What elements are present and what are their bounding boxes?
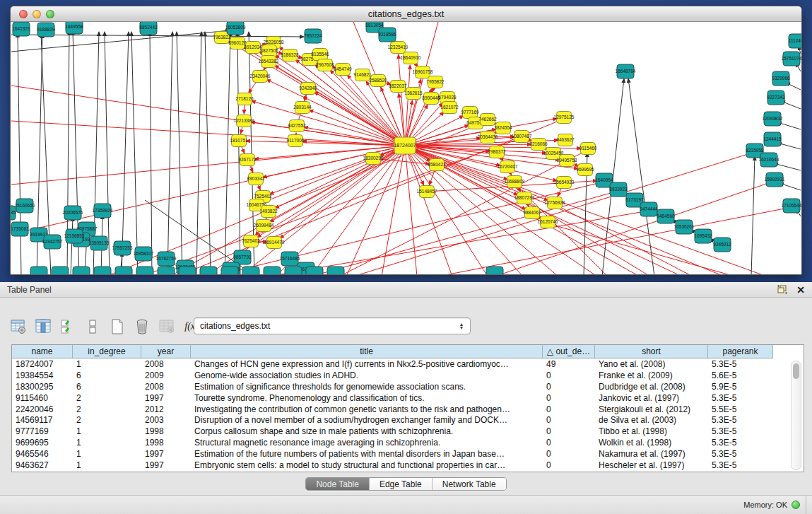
new-table-icon[interactable] bbox=[109, 318, 126, 335]
table-row[interactable]: 946362711997Embryonic stem cells: a mode… bbox=[12, 460, 804, 471]
table-cell: Tourette syndrome. Phenomenology and cla… bbox=[191, 392, 543, 404]
graph-node-label: 7955822 bbox=[426, 79, 445, 84]
column-header-name[interactable]: name bbox=[12, 345, 73, 358]
table-row[interactable]: 977716911998Corpus callosum shape and si… bbox=[12, 426, 804, 437]
graph-node-label: 12213389 bbox=[234, 118, 254, 123]
table-cell: 0 bbox=[543, 437, 595, 448]
column-header-in_degree[interactable]: in_degree bbox=[73, 345, 141, 358]
table-row[interactable]: 946554611997Estimation of the future num… bbox=[12, 448, 804, 460]
graph-node-label: 6794028 bbox=[438, 95, 457, 100]
node-table[interactable]: namein_degreeyeartitle△ out_de…shortpage… bbox=[11, 344, 804, 472]
tab-edge-table[interactable]: Edge Table bbox=[370, 478, 433, 490]
graph-node[interactable] bbox=[242, 267, 259, 275]
graph-node[interactable] bbox=[158, 267, 175, 275]
graph-node-label: 7986372 bbox=[488, 149, 506, 154]
graph-node-label: 1493822 bbox=[259, 209, 278, 214]
network-canvas-svg: 1872400779638228960128891293425226058382… bbox=[11, 22, 801, 275]
table-body: 1872400712008Changes of HCN gene express… bbox=[12, 358, 804, 471]
minimize-window-button[interactable] bbox=[33, 10, 41, 18]
graph-node[interactable] bbox=[264, 267, 281, 275]
table-cell: 5.3E-5 bbox=[708, 414, 773, 426]
zoom-window-button[interactable] bbox=[46, 10, 54, 18]
graph-node-label: 16914479 bbox=[264, 240, 285, 245]
delete-table-icon[interactable] bbox=[158, 318, 175, 335]
table-row[interactable]: 1938455462009Genome-wide association stu… bbox=[12, 370, 804, 381]
graph-node-label: 19495758 bbox=[557, 158, 577, 163]
table-select-dropdown[interactable]: citations_edges.txt ▲▼ bbox=[194, 317, 471, 334]
graph-edge-red bbox=[275, 146, 405, 209]
graph-node-label: 9463627 bbox=[556, 137, 575, 142]
graph-node-label: 9699695 bbox=[576, 167, 594, 172]
column-header-title[interactable]: title bbox=[191, 345, 543, 358]
graph-node[interactable] bbox=[306, 267, 323, 275]
graph-node-label: 9267172 bbox=[238, 157, 257, 162]
graph-node-label: 9484560 bbox=[657, 214, 675, 218]
column-header-pagerank[interactable]: pagerank bbox=[708, 345, 773, 358]
graph-node[interactable] bbox=[94, 267, 111, 275]
table-cell: Estimation of significance thresholds fo… bbox=[191, 381, 543, 392]
delete-entry-icon[interactable] bbox=[134, 318, 151, 335]
table-row[interactable]: 1830029562008Estimation of significance … bbox=[12, 381, 804, 392]
table-row[interactable]: 1872400712008Changes of HCN gene express… bbox=[12, 358, 804, 370]
graph-node-label: 8215958 bbox=[746, 148, 764, 153]
graph-node-label: 8852442 bbox=[139, 25, 158, 30]
select-columns-icon[interactable] bbox=[59, 318, 76, 335]
table-cell: 1 bbox=[73, 426, 141, 437]
graph-node-label: 16210643 bbox=[759, 157, 779, 162]
graph-edge-red bbox=[141, 138, 522, 275]
graph-node[interactable] bbox=[136, 267, 153, 275]
table-cell: 5.9E-5 bbox=[708, 381, 773, 392]
table-row[interactable]: 1456911722003Disruption of a novel membe… bbox=[12, 414, 804, 426]
graph-node[interactable] bbox=[30, 267, 47, 275]
graph-node[interactable] bbox=[285, 267, 302, 275]
column-header-out_de[interactable]: △ out_de… bbox=[543, 345, 595, 358]
table-cell: 22420046 bbox=[12, 404, 73, 415]
insert-column-icon[interactable] bbox=[35, 318, 52, 335]
table-row[interactable]: 911546021997Tourette syndrome. Phenomeno… bbox=[12, 392, 804, 404]
table-cell: 49 bbox=[543, 358, 595, 370]
tab-network-table[interactable]: Network Table bbox=[433, 478, 506, 490]
graph-node[interactable] bbox=[179, 267, 196, 275]
table-cell: 0 bbox=[543, 370, 595, 381]
table-scrollbar[interactable] bbox=[791, 361, 801, 470]
graph-node[interactable] bbox=[200, 267, 217, 275]
table-cell: Genome-wide association studies in ADHD. bbox=[191, 370, 543, 381]
column-header-short[interactable]: short bbox=[595, 345, 708, 358]
table-cell: 5.6E-5 bbox=[708, 370, 773, 381]
close-panel-icon[interactable]: ✕ bbox=[794, 284, 808, 296]
graph-node-label: 8580421 bbox=[428, 162, 446, 167]
table-row[interactable]: 2242004622012Investigating the contribut… bbox=[12, 404, 804, 415]
float-panel-icon[interactable] bbox=[775, 284, 789, 296]
table-cell: Corpus callosum shape and size in male p… bbox=[191, 426, 543, 437]
network-canvas[interactable]: 1872400779638228960128891293425226058382… bbox=[11, 22, 801, 275]
tab-node-table[interactable]: Node Table bbox=[306, 478, 370, 490]
dropdown-stepper-icon: ▲▼ bbox=[456, 322, 467, 329]
graph-node-label: 8912934 bbox=[244, 45, 262, 49]
graph-node[interactable] bbox=[221, 267, 238, 275]
memory-status-label: Memory: OK bbox=[743, 501, 787, 509]
table-panel-title: Table Panel bbox=[7, 285, 775, 295]
graph-node-label: 1735061 bbox=[11, 226, 29, 231]
table-cell: 5.3E-5 bbox=[708, 460, 773, 471]
graph-node[interactable] bbox=[327, 267, 344, 275]
table-row[interactable]: 969969511998Structural magnetic resonanc… bbox=[12, 437, 804, 448]
graph-node[interactable] bbox=[52, 267, 69, 275]
graph-node[interactable] bbox=[115, 267, 132, 275]
close-window-button[interactable] bbox=[19, 10, 28, 18]
table-cell: 2 bbox=[73, 404, 141, 415]
graph-node[interactable] bbox=[73, 267, 90, 275]
table-settings-icon[interactable] bbox=[10, 318, 27, 335]
table-scrollbar-thumb[interactable] bbox=[793, 363, 799, 379]
graph-edge-black bbox=[150, 32, 152, 275]
graph-node-label: 16720407 bbox=[498, 164, 518, 169]
table-cell: 2 bbox=[73, 392, 141, 404]
row-height-icon[interactable] bbox=[84, 318, 101, 335]
column-header-year[interactable]: year bbox=[141, 345, 191, 358]
table-cell: 5.3E-5 bbox=[708, 448, 773, 460]
table-cell: 2008 bbox=[141, 381, 191, 392]
graph-node-label: 8822037 bbox=[389, 83, 407, 88]
graph-node-label: 18300295 bbox=[363, 156, 384, 160]
table-cell: 14569117 bbox=[12, 414, 73, 426]
graph-node[interactable] bbox=[486, 267, 503, 275]
window-titlebar[interactable]: citations_edges.txt bbox=[11, 6, 801, 22]
